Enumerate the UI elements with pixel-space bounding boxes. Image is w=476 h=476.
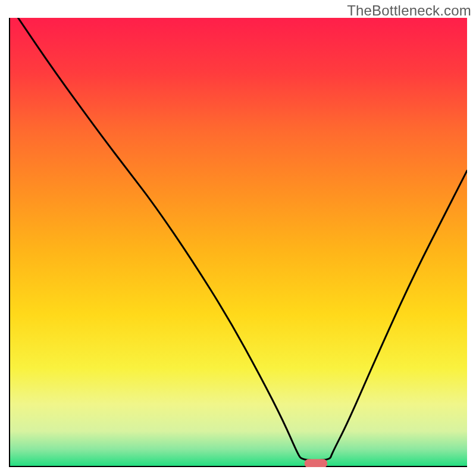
watermark-label: TheBottleneck.com	[347, 2, 471, 19]
chart-frame: TheBottleneck.com	[0, 0, 476, 476]
chart-canvas	[9, 18, 467, 467]
optimal-marker	[305, 459, 328, 467]
chart-background	[9, 18, 467, 467]
chart-svg	[9, 18, 467, 467]
